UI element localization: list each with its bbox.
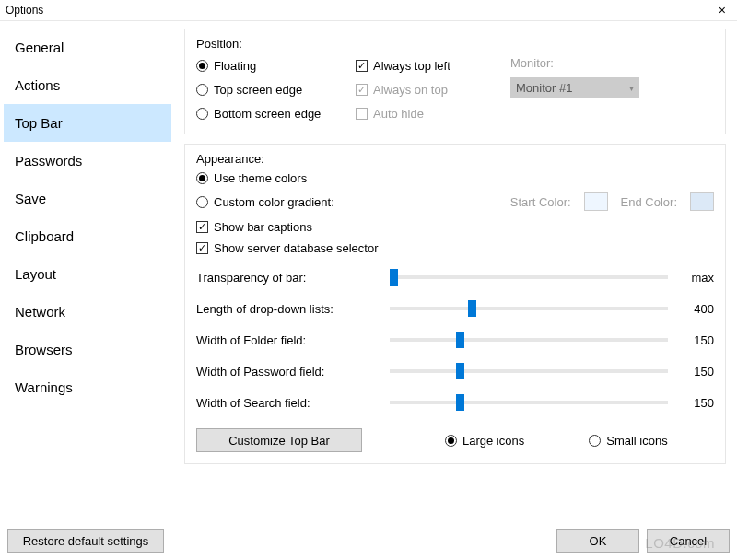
titlebar: Options × [0,0,737,21]
check-always-on-top: Always on top [356,80,494,99]
check-auto-hide: Auto hide [356,104,494,122]
sidebar-item-layout[interactable]: Layout [4,255,171,293]
radio-icon [196,108,208,120]
check-icon [356,60,368,72]
slider-track[interactable] [390,268,668,286]
sidebar-item-general[interactable]: General [4,29,171,66]
content: Position: Floating Top screen edge Botto… [175,21,737,526]
slider-track[interactable] [390,362,668,380]
monitor-dropdown: Monitor #1 ▾ [510,77,639,98]
slider-track[interactable] [390,393,668,412]
sidebar-item-save[interactable]: Save [4,180,171,217]
slider-folder-width: Width of Folder field: 150 [196,331,714,349]
slider-thumb[interactable] [456,332,464,348]
radio-icon [589,435,601,447]
ok-button[interactable]: OK [556,529,639,553]
slider-thumb[interactable] [456,394,464,411]
check-icon [196,221,208,233]
slider-track[interactable] [390,299,668,318]
position-group: Position: Floating Top screen edge Botto… [184,29,726,134]
slider-search-width: Width of Search field: 150 [196,393,714,412]
radio-floating[interactable]: Floating [196,56,339,75]
check-icon [356,84,368,96]
slider-thumb[interactable] [456,363,464,379]
radio-icon [196,60,208,72]
monitor-label: Monitor: [510,56,714,70]
gradient-colors: Start Color: End Color: [510,192,714,211]
check-icon [196,242,208,254]
chevron-down-icon: ▾ [629,83,634,93]
check-icon [356,108,368,120]
sidebar-item-browsers[interactable]: Browsers [4,331,171,368]
start-color-label: Start Color: [510,195,571,209]
slider-thumb[interactable] [468,300,476,317]
sidebar-item-clipboard[interactable]: Clipboard [4,217,171,255]
start-color-swatch [584,192,608,211]
position-title: Position: [196,37,714,51]
customize-top-bar-button[interactable]: Customize Top Bar [196,428,362,452]
end-color-label: End Color: [621,195,677,209]
slider-transparency: Transparency of bar: max [196,268,714,286]
cancel-button[interactable]: Cancel [647,529,730,553]
radio-large-icons[interactable]: Large icons [445,431,524,449]
slider-track[interactable] [390,331,668,349]
slider-password-width: Width of Password field: 150 [196,362,714,380]
slider-thumb[interactable] [390,269,398,286]
slider-dropdown-length: Length of drop-down lists: 400 [196,299,714,318]
sidebar-item-passwords[interactable]: Passwords [4,142,171,180]
end-color-swatch [690,192,714,211]
restore-defaults-button[interactable]: Restore default settings [7,529,164,553]
appearance-title: Appearance: [196,152,714,166]
sidebar-item-actions[interactable]: Actions [4,66,171,104]
radio-icon [196,172,208,184]
footer: Restore default settings OK Cancel [7,529,730,553]
sidebar-item-warnings[interactable]: Warnings [4,368,171,406]
radio-icon [445,435,457,447]
body: General Actions Top Bar Passwords Save C… [0,21,737,526]
radio-custom-gradient[interactable]: Custom color gradient: Start Color: End … [196,192,714,211]
check-show-captions[interactable]: Show bar captions [196,220,714,234]
radio-icon [196,196,208,208]
check-always-top-left[interactable]: Always top left [356,56,494,75]
icon-row: Customize Top Bar Large icons Small icon… [196,428,714,452]
radio-top-edge[interactable]: Top screen edge [196,80,339,99]
radio-bottom-edge[interactable]: Bottom screen edge [196,104,339,122]
radio-small-icons[interactable]: Small icons [589,431,667,449]
sidebar-item-top-bar[interactable]: Top Bar [4,104,171,142]
window-title: Options [6,4,43,17]
sidebar: General Actions Top Bar Passwords Save C… [0,21,175,526]
radio-icon [196,84,208,96]
radio-use-theme[interactable]: Use theme colors [196,171,714,185]
check-show-selector[interactable]: Show server database selector [196,241,714,255]
close-icon[interactable]: × [715,3,730,18]
sidebar-item-network[interactable]: Network [4,293,171,331]
appearance-group: Appearance: Use theme colors Custom colo… [184,144,726,464]
